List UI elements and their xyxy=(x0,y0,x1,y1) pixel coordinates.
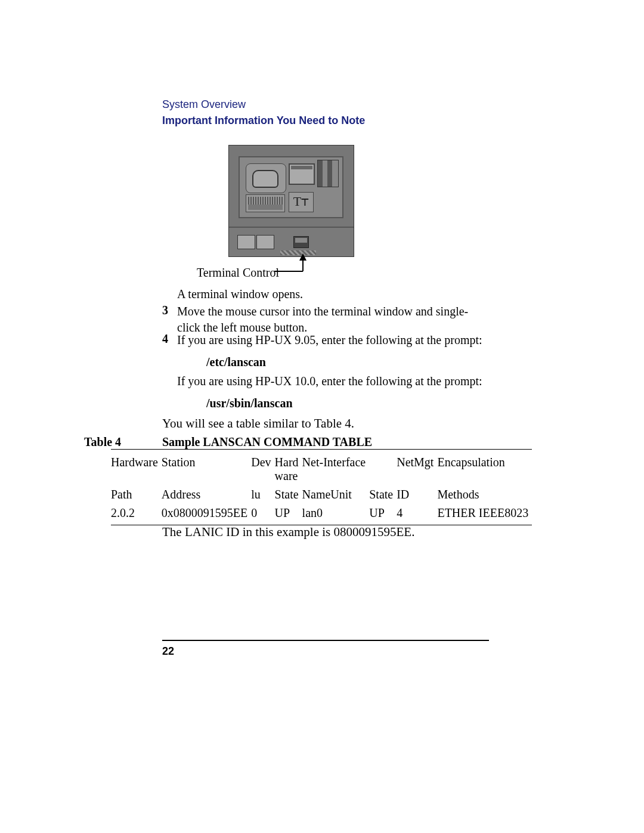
th-id: ID xyxy=(397,485,437,504)
page-number: 22 xyxy=(162,645,174,658)
section-subtitle: Important Information You Need to Note xyxy=(162,114,365,127)
th-nameunit: NameUnit xyxy=(302,485,370,504)
th-station: Station xyxy=(162,450,251,486)
svg-marker-2 xyxy=(299,253,306,261)
books-icon xyxy=(317,160,339,187)
table-label: Table 4 xyxy=(84,435,121,449)
table-header-row-2: Path Address lu State NameUnit State ID … xyxy=(111,485,532,504)
keyboard-icon xyxy=(246,194,285,212)
figure-taskbar xyxy=(229,227,354,256)
table-data-row: 2.0.2 0x0800091595EE 0 UP lan0 UP 4 ETHE… xyxy=(111,504,532,525)
footer-rule xyxy=(162,640,489,641)
th-state: State xyxy=(275,485,302,504)
td-address: 0x0800091595EE xyxy=(162,504,251,525)
td-nameunit: lan0 xyxy=(302,504,370,525)
terminal-control-icon xyxy=(293,236,309,248)
figure-caption: Terminal Control xyxy=(197,265,279,281)
th-address: Address xyxy=(162,485,251,504)
lanic-note: The LANIC ID in this example is 08000915… xyxy=(162,525,414,540)
step-number-4: 4 xyxy=(162,332,168,346)
th-dev: Dev xyxy=(251,450,274,486)
terminal-opens-text: A terminal window opens. xyxy=(177,286,303,302)
page-header: System Overview Important Information Yo… xyxy=(162,98,365,127)
th-netmgt: NetMgt xyxy=(397,450,437,486)
th-encapsulation: Encapsulation xyxy=(437,450,532,486)
td-id: 4 xyxy=(397,504,437,525)
figure-bg: Tᴛ xyxy=(228,145,354,257)
step-number-3: 3 xyxy=(162,304,168,317)
taskbar-button-icon xyxy=(237,235,255,249)
td-path: 2.0.2 xyxy=(111,504,162,525)
th-hardware-state: Hard ware xyxy=(275,450,302,486)
callout-arrow-icon xyxy=(274,253,310,275)
palette-icon xyxy=(246,163,286,193)
taskbar-button-icon xyxy=(256,235,274,249)
you-will-see-text: You will see a table similar to Table 4. xyxy=(162,416,354,431)
command-usr-sbin-lanscan: /usr/sbin/lanscan xyxy=(206,397,293,410)
hpux10-text: If you are using HP-UX 10.0, enter the f… xyxy=(177,373,490,389)
th-state2: State xyxy=(369,485,397,504)
th-hardware: Hardware xyxy=(111,450,162,486)
table-header-row-1: Hardware Station Dev Hard ware Net-Inter… xyxy=(111,450,532,486)
td-methods: ETHER IEEE8023 xyxy=(437,504,532,525)
td-hwstate: UP xyxy=(275,504,302,525)
td-lu: 0 xyxy=(251,504,274,525)
step-3-text: Move the mouse cursor into the terminal … xyxy=(177,304,490,336)
th-path: Path xyxy=(111,485,162,504)
th-lu: lu xyxy=(251,485,274,504)
document-page: System Overview Important Information Yo… xyxy=(0,0,644,833)
th-methods: Methods xyxy=(437,485,532,504)
th-blank xyxy=(369,450,397,486)
table-title: Sample LANSCAN COMMAND TABLE xyxy=(162,435,372,449)
command-etc-lanscan: /etc/lanscan xyxy=(206,355,266,369)
step-4-text: If you are using HP-UX 9.05, enter the f… xyxy=(177,332,490,348)
lanscan-table: Hardware Station Dev Hard ware Net-Inter… xyxy=(111,449,532,525)
td-state: UP xyxy=(369,504,397,525)
font-tt-icon: Tᴛ xyxy=(289,192,314,212)
section-title: System Overview xyxy=(162,98,365,111)
th-net-interface: Net-Interface xyxy=(302,450,370,486)
figure-screenshot: Tᴛ xyxy=(228,145,353,256)
window-icon xyxy=(289,163,315,185)
